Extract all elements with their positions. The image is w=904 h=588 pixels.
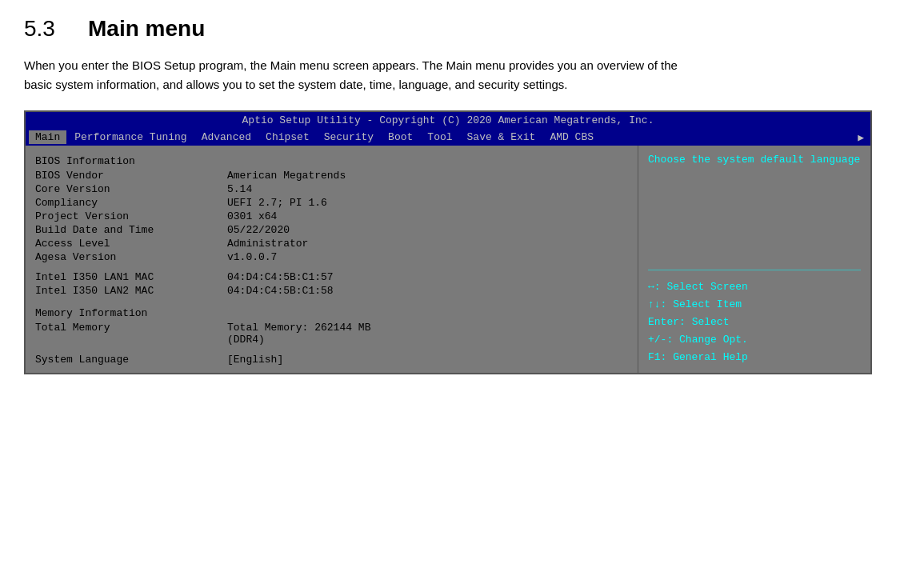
bios-info-row: CompliancyUEFI 2.7; PI 1.6 bbox=[35, 196, 628, 210]
memory-label: Total Memory bbox=[35, 322, 227, 334]
bios-lan-row: Intel I350 LAN2 MAC04:D4:C4:5B:C1:58 bbox=[35, 284, 628, 298]
row-label: Compliancy bbox=[35, 197, 227, 209]
bios-title-bar: Aptio Setup Utility - Copyright (C) 2020… bbox=[26, 112, 870, 129]
row-label: Core Version bbox=[35, 183, 227, 195]
row-label: Build Date and Time bbox=[35, 224, 227, 236]
key-help-row: F1: General Help bbox=[648, 349, 861, 366]
bios-container: Aptio Setup Utility - Copyright (C) 2020… bbox=[24, 110, 872, 374]
key-desc: Select Item bbox=[673, 298, 742, 310]
bios-lan-row: Intel I350 LAN1 MAC04:D4:C4:5B:C1:57 bbox=[35, 270, 628, 284]
bios-key-help: ↔: Select Screen↑↓: Select ItemEnter: Se… bbox=[648, 278, 861, 366]
lan-label: Intel I350 LAN2 MAC bbox=[35, 285, 227, 297]
key-help-row: +/-: Change Opt. bbox=[648, 331, 861, 349]
row-value: Administrator bbox=[227, 238, 308, 250]
key-symbol: Enter: bbox=[648, 316, 686, 328]
key-symbol: F1: bbox=[648, 351, 666, 363]
bios-menu-item-boot[interactable]: Boot bbox=[382, 130, 419, 144]
section-title: Main menu bbox=[88, 16, 205, 42]
key-symbol: ↔: bbox=[648, 281, 661, 293]
section-description: When you enter the BIOS Setup program, t… bbox=[24, 56, 680, 94]
key-help-row: ↔: Select Screen bbox=[648, 278, 861, 296]
bios-menu-item-security[interactable]: Security bbox=[318, 130, 380, 144]
row-label: Access Level bbox=[35, 238, 227, 250]
bios-info-row: Agesa Versionv1.0.0.7 bbox=[35, 250, 628, 264]
bios-memory-label: Memory Information bbox=[35, 304, 628, 321]
row-value: American Megatrends bbox=[227, 170, 346, 182]
row-value: 0301 x64 bbox=[227, 210, 277, 222]
row-label: Project Version bbox=[35, 210, 227, 222]
lan-value: 04:D4:C4:5B:C1:58 bbox=[227, 285, 334, 297]
bios-info-row: Project Version0301 x64 bbox=[35, 210, 628, 223]
bios-info-row: BIOS VendorAmerican Megatrends bbox=[35, 169, 628, 182]
bios-body: BIOS Information BIOS VendorAmerican Meg… bbox=[26, 146, 870, 373]
bios-info-row: Core Version5.14 bbox=[35, 182, 628, 196]
bios-menu-item-main[interactable]: Main bbox=[29, 130, 66, 144]
bios-left-panel: BIOS Information BIOS VendorAmerican Meg… bbox=[26, 146, 638, 373]
bios-menu-item-advanced[interactable]: Advanced bbox=[195, 130, 258, 144]
bios-menu-item-performance-tuning[interactable]: Performance Tuning bbox=[68, 130, 193, 144]
bios-menu-item-amd-cbs[interactable]: AMD CBS bbox=[543, 130, 600, 144]
key-desc: Change Opt. bbox=[679, 334, 748, 346]
bios-help-text: Choose the system default language bbox=[648, 152, 861, 168]
bios-info-row: Access LevelAdministrator bbox=[35, 237, 628, 250]
key-symbol: +/-: bbox=[648, 334, 673, 346]
bios-divider bbox=[648, 270, 861, 270]
system-language-row: System Language [English] bbox=[35, 353, 628, 366]
row-value: v1.0.0.7 bbox=[227, 251, 277, 263]
bios-right-panel: Choose the system default language ↔: Se… bbox=[638, 146, 870, 373]
bios-menu-bar: MainPerformance TuningAdvancedChipsetSec… bbox=[26, 129, 870, 146]
bios-info-row: Build Date and Time05/22/2020 bbox=[35, 223, 628, 237]
lan-value: 04:D4:C4:5B:C1:57 bbox=[227, 271, 334, 283]
key-desc: General Help bbox=[673, 351, 748, 363]
memory-value: Total Memory: 262144 MB (DDR4) bbox=[227, 322, 370, 346]
row-value: UEFI 2.7; PI 1.6 bbox=[227, 197, 327, 209]
bios-info-label: BIOS Information bbox=[35, 152, 628, 169]
bios-menu-arrow: ▶ bbox=[858, 131, 867, 144]
key-symbol: ↑↓: bbox=[648, 298, 666, 310]
row-label: BIOS Vendor bbox=[35, 170, 227, 182]
row-label: Agesa Version bbox=[35, 251, 227, 263]
key-help-row: ↑↓: Select Item bbox=[648, 296, 861, 314]
row-value: 05/22/2020 bbox=[227, 224, 290, 236]
bios-menu-item-chipset[interactable]: Chipset bbox=[259, 130, 316, 144]
key-help-row: Enter: Select bbox=[648, 314, 861, 331]
key-desc: Select bbox=[692, 316, 730, 328]
bios-memory-row: Total MemoryTotal Memory: 262144 MB (DDR… bbox=[35, 321, 628, 346]
lan-label: Intel I350 LAN1 MAC bbox=[35, 271, 227, 283]
bios-menu-item-tool[interactable]: Tool bbox=[421, 130, 458, 144]
row-value: 5.14 bbox=[227, 183, 252, 195]
bios-menu-item-save-&-exit[interactable]: Save & Exit bbox=[461, 130, 542, 144]
section-number: 5.3 bbox=[24, 16, 64, 42]
key-desc: Select Screen bbox=[666, 281, 747, 293]
system-language-value[interactable]: [English] bbox=[227, 354, 283, 366]
system-language-label: System Language bbox=[35, 354, 227, 366]
